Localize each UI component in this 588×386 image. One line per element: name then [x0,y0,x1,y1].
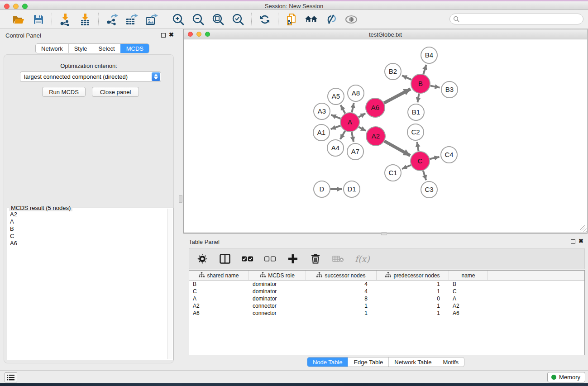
memory-button[interactable]: Memory [547,372,585,382]
task-history-button[interactable] [5,372,17,382]
tab-style[interactable]: Style [68,44,93,53]
edge-B-B3[interactable] [430,86,440,87]
mcds-result-item[interactable]: C [8,233,167,240]
close-panel-icon[interactable]: ✖ [169,31,174,38]
tab-edge-table[interactable]: Edge Table [348,357,388,367]
refresh-view-icon[interactable] [258,13,272,26]
edge-A-A2[interactable] [359,127,366,131]
node-B2[interactable]: B2 [385,63,401,80]
node-D1[interactable]: D1 [344,181,360,197]
network-canvas[interactable]: B4B2BB3A8A5A6A3B1AA1C2A2A4A7C4CC1C3DD1 [184,39,587,233]
edge-A-A3[interactable] [331,115,341,119]
float-table-panel-icon[interactable] [571,239,575,244]
table-row[interactable]: Adominator80A [189,295,584,302]
tab-mcds[interactable]: MCDS [120,44,149,53]
node-A3[interactable]: A3 [314,103,330,119]
function-builder-icon[interactable]: f(x) [355,254,370,264]
home-browser-icon[interactable] [305,13,318,26]
node-C2[interactable]: C2 [407,124,424,140]
close-table-panel-icon[interactable]: ✖ [578,238,583,244]
tab-node-table[interactable]: Node Table [307,357,348,367]
select-all-rows-icon[interactable] [242,253,253,265]
mcds-result-scrollbar[interactable] [167,209,172,359]
node-D[interactable]: D [314,181,330,197]
close-panel-button[interactable]: Close panel [92,87,139,97]
export-image-icon[interactable] [145,13,158,26]
column-layout-icon[interactable] [219,253,231,265]
window-resize-handle[interactable] [580,225,587,232]
edge-C-C1[interactable] [402,165,411,169]
tab-network[interactable]: Network [36,44,68,53]
save-session-icon[interactable] [32,13,45,26]
edge-C-C2[interactable] [417,142,418,152]
delete-table-icon[interactable] [332,253,344,265]
run-mcds-button[interactable]: Run MCDS [42,87,86,97]
hide-graphics-details-icon[interactable] [325,13,338,26]
node-A4[interactable]: A4 [327,140,344,156]
node-C4[interactable]: C4 [441,147,457,163]
tab-select[interactable]: Select [93,44,120,53]
vertical-split-grip[interactable] [179,195,182,203]
edge-A-A7[interactable] [352,132,354,142]
export-network-icon[interactable] [105,13,119,26]
node-A5[interactable]: A5 [328,88,344,105]
search-input[interactable] [449,14,583,24]
deselect-all-rows-icon[interactable] [264,253,276,265]
edge-A2-C[interactable] [384,141,410,156]
network-window-titlebar[interactable]: testGlobe.txt [184,29,587,39]
edge-C-C3[interactable] [423,171,426,180]
mcds-result-item[interactable]: A6 [8,240,167,247]
zoom-in-icon[interactable] [172,13,185,26]
column-header-successor-nodes[interactable]: successor nodes [306,271,377,280]
edge-A-A6[interactable] [359,113,365,117]
edge-B-B1[interactable] [417,94,419,103]
mcds-result-list[interactable]: A2ABCA6 [8,211,167,359]
tab-network-table[interactable]: Network Table [388,357,437,367]
add-column-icon[interactable] [287,253,299,265]
node-A[interactable]: A [340,113,359,132]
table-row[interactable]: A2connector11A2 [189,302,584,310]
edge-A-A4[interactable] [340,131,345,139]
node-A6[interactable]: A6 [366,98,385,117]
tab-motifs[interactable]: Motifs [437,357,464,367]
node-A2[interactable]: A2 [366,127,385,146]
zoom-selected-icon[interactable] [231,13,245,26]
table-row[interactable]: A6connector11A6 [189,310,584,317]
criterion-dropdown[interactable]: largest connected component (directed) [20,71,161,82]
node-C3[interactable]: C3 [421,181,437,198]
node-B[interactable]: B [411,74,430,93]
import-network-icon[interactable] [58,13,72,26]
column-header-name[interactable]: name [449,271,488,280]
zoom-out-icon[interactable] [191,13,205,26]
mcds-result-item[interactable]: A2 [8,211,167,218]
node-C1[interactable]: C1 [385,165,401,181]
column-header-predecessor-nodes[interactable]: predecessor nodes [377,271,449,280]
edge-A-A5[interactable] [341,105,345,113]
node-B1[interactable]: B1 [408,104,424,120]
table-row[interactable]: Bdominator41B [189,281,584,288]
edge-A-A8[interactable] [352,103,354,113]
node-B4[interactable]: B4 [421,47,437,63]
mcds-result-item[interactable]: A [8,218,167,225]
zoom-fit-icon[interactable] [211,13,225,26]
mcds-result-item[interactable]: B [8,225,167,233]
node-A8[interactable]: A8 [348,85,364,101]
float-panel-icon[interactable] [161,33,166,38]
node-A1[interactable]: A1 [313,124,330,141]
settings-gear-icon[interactable] [196,253,208,265]
open-session-icon[interactable] [12,13,25,26]
column-header-MCDS-role[interactable]: MCDS role [249,271,306,280]
node-B3[interactable]: B3 [441,81,458,98]
edge-A6-B[interactable] [384,89,410,103]
eye-preview-icon[interactable] [344,13,358,26]
network-from-selection-icon[interactable] [285,13,298,26]
edge-B-B2[interactable] [402,76,411,80]
table-row[interactable]: Cdominator41C [189,288,584,295]
delete-column-icon[interactable] [310,253,321,265]
import-table-icon[interactable] [78,13,92,26]
column-header-shared-name[interactable]: shared name [189,271,249,280]
edge-C-C4[interactable] [430,157,439,159]
edge-B-B4[interactable] [423,65,426,74]
node-A7[interactable]: A7 [347,143,363,160]
edge-A-A1[interactable] [331,126,341,129]
